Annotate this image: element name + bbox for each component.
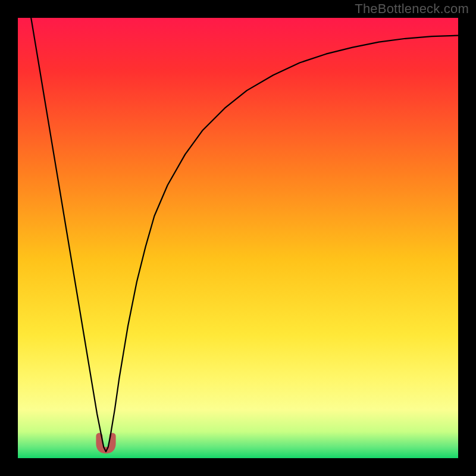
chart-background: [18, 18, 458, 458]
chart-frame: TheBottleneck.com: [0, 0, 476, 476]
bottleneck-chart: [0, 0, 476, 476]
